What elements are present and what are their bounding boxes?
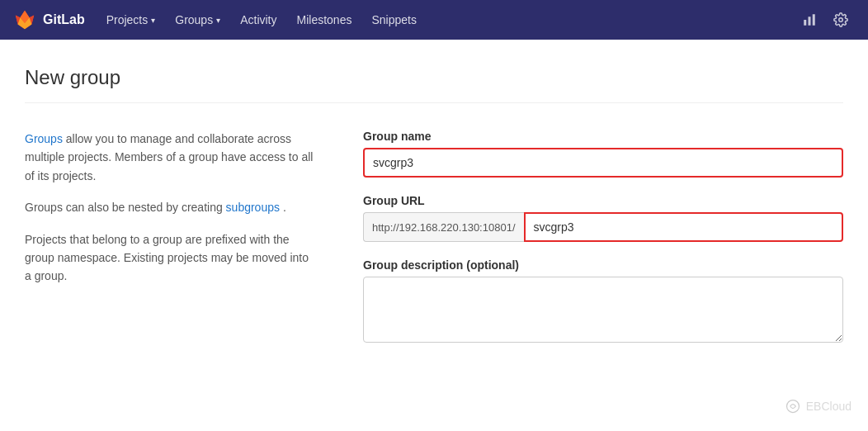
page-content: New group Groups allow you to manage and… — [5, 40, 863, 389]
group-url-input[interactable] — [524, 212, 844, 242]
group-desc-textarea[interactable] — [363, 277, 843, 343]
desc-para2: Groups can also be nested by creating su… — [25, 198, 314, 216]
nav-milestones[interactable]: Milestones — [289, 0, 361, 40]
nav-projects[interactable]: Projects ▾ — [98, 0, 164, 40]
groups-chevron-icon: ▾ — [216, 16, 220, 25]
svg-rect-8 — [809, 17, 811, 26]
nav-snippets[interactable]: Snippets — [363, 0, 424, 40]
desc-para3: Projects that belong to a group are pref… — [25, 230, 314, 286]
brand-logo[interactable]: GitLab — [13, 8, 85, 31]
group-desc-field: Group description (optional) — [363, 258, 843, 346]
desc-para1: Groups allow you to manage and collabora… — [25, 130, 314, 185]
svg-point-10 — [839, 18, 843, 22]
group-name-field: Group name — [363, 130, 843, 178]
navbar: GitLab Projects ▾ Groups ▾ Activity Mile… — [0, 0, 868, 40]
groups-link[interactable]: Groups — [25, 132, 63, 145]
nav-activity[interactable]: Activity — [232, 0, 285, 40]
projects-chevron-icon: ▾ — [151, 16, 155, 25]
form-layout: Groups allow you to manage and collabora… — [25, 130, 843, 362]
group-desc-label: Group description (optional) — [363, 258, 843, 272]
description-panel: Groups allow you to manage and collabora… — [25, 130, 314, 362]
right-form: Group name Group URL http://192.168.220.… — [363, 130, 843, 362]
svg-rect-7 — [804, 20, 806, 26]
brand-name: GitLab — [43, 12, 85, 27]
nav-groups[interactable]: Groups ▾ — [167, 0, 229, 40]
group-url-label: Group URL — [363, 194, 843, 207]
subgroups-link[interactable]: subgroups — [226, 201, 280, 214]
page-title: New group — [25, 66, 843, 103]
stats-icon[interactable] — [795, 0, 823, 40]
url-group: http://192.168.220.130:10801/ — [363, 212, 843, 242]
svg-rect-9 — [813, 14, 815, 26]
group-name-input[interactable] — [363, 148, 843, 178]
url-prefix: http://192.168.220.130:10801/ — [363, 212, 524, 242]
settings-icon[interactable] — [827, 0, 855, 40]
group-name-label: Group name — [363, 130, 843, 143]
group-url-field: Group URL http://192.168.220.130:10801/ — [363, 194, 843, 242]
